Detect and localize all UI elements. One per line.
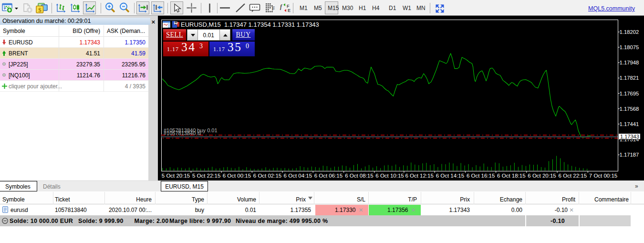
svg-text:1.17187: 1.17187 xyxy=(620,152,639,158)
svg-text:1.17568: 1.17568 xyxy=(620,106,639,112)
svg-text:6 Oct 18:15: 6 Oct 18:15 xyxy=(497,173,525,179)
svg-text:5 Oct 20:15: 5 Oct 20:15 xyxy=(162,173,190,179)
svg-text:6 Oct 20:15: 6 Oct 20:15 xyxy=(528,173,556,179)
svg-text:6 Oct 12:15: 6 Oct 12:15 xyxy=(405,173,433,179)
svg-text:#1057813840 sl: #1057813840 sl xyxy=(164,130,201,136)
svg-text:1.18202: 1.18202 xyxy=(620,29,639,35)
svg-text:1.17343: 1.17343 xyxy=(620,134,639,139)
svg-text:6 Oct 14:15: 6 Oct 14:15 xyxy=(436,173,464,179)
svg-text:6 Oct 10:15: 6 Oct 10:15 xyxy=(375,173,404,179)
svg-text:6 Oct 22:15: 6 Oct 22:15 xyxy=(559,173,587,179)
svg-text:6 Oct 16:15: 6 Oct 16:15 xyxy=(467,173,495,179)
svg-text:6 Oct 08:15: 6 Oct 08:15 xyxy=(345,173,373,179)
svg-text:1.17695: 1.17695 xyxy=(620,91,639,96)
svg-text:E: E xyxy=(288,8,291,13)
svg-text:6 Oct 04:15: 6 Oct 04:15 xyxy=(284,173,312,179)
svg-text:$: $ xyxy=(38,6,42,13)
svg-text:6 Oct 00:15: 6 Oct 00:15 xyxy=(223,173,251,179)
svg-text:1.17948: 1.17948 xyxy=(620,60,639,65)
svg-text:5 Oct 22:15: 5 Oct 22:15 xyxy=(192,173,220,179)
svg-text:F: F xyxy=(272,6,275,11)
svg-text:7 Oct 00:15: 7 Oct 00:15 xyxy=(589,173,617,179)
svg-text:f: f xyxy=(280,3,282,10)
svg-text:1.17821: 1.17821 xyxy=(620,75,639,81)
svg-text:1.18075: 1.18075 xyxy=(620,44,639,50)
svg-text:1.17441: 1.17441 xyxy=(620,121,639,127)
svg-text:6 Oct 02:15: 6 Oct 02:15 xyxy=(253,173,281,179)
svg-text:6 Oct 06:15: 6 Oct 06:15 xyxy=(314,173,343,179)
